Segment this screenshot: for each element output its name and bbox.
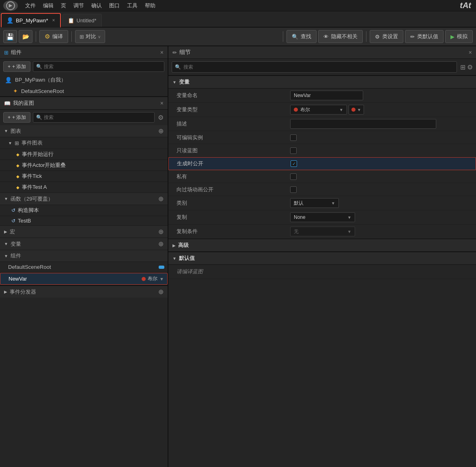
detail-scroll: ▼ 变量 变量命名 变量类型 布尔 ▼ [168, 76, 476, 467]
replication-arrow: ▼ [347, 215, 351, 220]
browse-button[interactable]: 📂 [19, 30, 32, 43]
macros-add-btn[interactable]: ⊕ [158, 228, 164, 236]
private-checkbox[interactable] [290, 173, 297, 180]
blueprint-search-input[interactable] [33, 112, 155, 123]
section-graphs[interactable]: ▼ 图表 ⊕ [0, 125, 168, 137]
newvar-type-label: 布尔 [148, 275, 157, 282]
replication-cond-dropdown[interactable]: 无 ▼ [290, 227, 355, 236]
tab-untitled[interactable]: 📋 Untitled* [62, 14, 102, 27]
tree-item-defaultsceneroot[interactable]: ✦ DefaultSceneRoot [0, 86, 168, 96]
list-item-testb[interactable]: ↺ TestB [0, 216, 168, 226]
replication-dropdown[interactable]: None ▼ [290, 212, 355, 222]
vartype-small-dropdown[interactable]: ▼ [349, 105, 364, 115]
components-close-btn[interactable]: × [160, 49, 164, 56]
blueprint-close-btn[interactable]: × [160, 100, 164, 106]
desc-input[interactable] [290, 119, 436, 129]
list-item-event-dispatcher[interactable]: ▶ 事件分发器 ⊕ [0, 285, 168, 298]
graphs-arrow: ▼ [4, 129, 8, 133]
menu-adjust[interactable]: 调节 [70, 1, 87, 10]
main-area: ⊞ 组件 × + + 添加 🔍 👤 BP_MyPawn（自我） [0, 46, 476, 467]
left-panel: ⊞ 组件 × + + 添加 🔍 👤 BP_MyPawn（自我） [0, 46, 168, 467]
menu-window[interactable]: 图口 [106, 1, 123, 10]
prop-row-readonly: 只读蓝图 [168, 144, 476, 157]
advanced-section-label: 高级 [178, 242, 189, 249]
class-settings-button[interactable]: ⚙ 类设置 [370, 30, 403, 43]
detail-search-input[interactable] [172, 61, 457, 73]
list-item-event-testa[interactable]: ◆ 事件Test A [0, 182, 168, 193]
components-add-btn[interactable]: + + 添加 [3, 61, 30, 72]
func-icon-2: ↺ [11, 218, 15, 224]
menu-file[interactable]: 文件 [22, 1, 39, 10]
detail-close-btn[interactable]: × [469, 49, 472, 56]
blueprint-title: 我的蓝图 [13, 99, 160, 107]
hide-unrelated-button[interactable]: 👁 隐藏不相关 [318, 30, 363, 43]
diff-button[interactable]: ⊞ 对比 ∨ [75, 30, 105, 43]
section-header-advanced[interactable]: ▶ 高级 [168, 239, 476, 252]
prop-row-vartype: 变量类型 布尔 ▼ ▼ [168, 103, 476, 117]
section-functions[interactable]: ▼ 函数（29可覆盖） ⊕ [0, 193, 168, 205]
category-dropdown[interactable]: 默认 ▼ [290, 198, 339, 208]
expose-spawn-checkbox[interactable]: ✓ [291, 160, 297, 167]
section-components[interactable]: ▼ 组件 [0, 250, 168, 262]
functions-add-btn[interactable]: ⊕ [158, 195, 164, 203]
find-button[interactable]: 🔍 查找 [286, 30, 317, 43]
list-item-defaultsceneroot[interactable]: DefaultSceneRoot [0, 262, 168, 272]
menu-help[interactable]: 帮助 [142, 1, 159, 10]
section-event-graphs[interactable]: ▼ ⊞ 事件图表 [0, 137, 168, 149]
variables-add-btn[interactable]: ⊕ [158, 240, 164, 248]
list-item-event-tick[interactable]: ◆ 事件Tick [0, 171, 168, 182]
event-graphs-arrow: ▼ [8, 141, 12, 145]
diff-label: 对比 [86, 33, 96, 40]
list-item-newvar[interactable]: NewVar 布尔 ▼ [0, 273, 168, 285]
list-item-event-overlap[interactable]: ◆ 事件Actor开始重叠 [0, 160, 168, 171]
section-header-defaults[interactable]: ▼ 默认值 [168, 252, 476, 265]
toolbar-sep1 [36, 31, 36, 42]
list-item-event-start[interactable]: ◆ 事件开始运行 [0, 149, 168, 160]
graphs-add-btn[interactable]: ⊕ [158, 127, 164, 135]
menu-tools[interactable]: 工具 [124, 1, 141, 10]
list-item-construct[interactable]: ↺ 构造脚本 [0, 205, 168, 216]
tree-item-mypawn[interactable]: 👤 BP_MyPawn（自我） [0, 74, 168, 86]
functions-label: 函数（29可覆盖） [11, 195, 158, 203]
detail-title: 细节 [179, 49, 469, 56]
variables-arrow: ▼ [4, 242, 8, 246]
components-toolbar: + + 添加 🔍 [0, 59, 168, 74]
vartype-dropdown[interactable]: 布尔 ▼ [290, 105, 347, 115]
section-macros[interactable]: ▶ 宏 ⊕ [0, 226, 168, 238]
editable-checkbox[interactable] [290, 134, 297, 141]
menu-confirm[interactable]: 确认 [88, 1, 105, 10]
defaultsceneroot-label: DefaultSceneRoot [21, 88, 64, 94]
prop-row-replication: 复制 None ▼ [168, 210, 476, 225]
blueprint-gear-btn[interactable]: ⚙ [157, 113, 164, 122]
varname-label: 变量命名 [177, 92, 290, 99]
menu-edit[interactable]: 编辑 [40, 1, 57, 10]
blueprint-add-btn[interactable]: + + 添加 [3, 112, 30, 123]
variables-section-arrow: ▼ [172, 80, 177, 84]
simulate-button[interactable]: ▶ 模拟 [445, 30, 473, 43]
detail-settings-btn[interactable]: ⚙ [467, 63, 473, 71]
expose-cinematic-checkbox[interactable] [290, 186, 297, 193]
prop-row-category: 类别 默认 ▼ [168, 196, 476, 210]
menu-page[interactable]: 页 [58, 1, 69, 10]
compile-button[interactable]: ⚙ 编译 [39, 30, 68, 43]
func-icon-1: ↺ [11, 208, 15, 213]
section-header-variables[interactable]: ▼ 变量 [168, 76, 476, 89]
tab-close-btn[interactable]: × [52, 17, 55, 23]
varname-input[interactable] [290, 91, 363, 100]
detail-grid-btn[interactable]: ⊞ [460, 63, 465, 71]
components-search-input[interactable] [33, 61, 164, 72]
readonly-checkbox[interactable] [290, 147, 297, 154]
compile-icon: ⚙ [45, 33, 50, 40]
class-defaults-button[interactable]: ✏ 类默认值 [405, 30, 444, 43]
vartype-label: 变量类型 [177, 106, 290, 113]
tab-bp-mypawn[interactable]: 👤 BP_MyPawn* × [1, 13, 61, 28]
newvar-dropdown-arrow[interactable]: ▼ [159, 277, 164, 281]
save-button[interactable]: 💾 [3, 30, 17, 43]
section-variables[interactable]: ▼ 变量 ⊕ [0, 238, 168, 250]
tab-person-icon: 👤 [6, 17, 13, 24]
dispatcher-add-btn[interactable]: ⊕ [158, 288, 164, 296]
diff-icon: ⊞ [80, 34, 84, 40]
varname-value [290, 91, 472, 100]
newvar-list-label: NewVar [9, 276, 142, 282]
prop-row-varname: 变量命名 [168, 89, 476, 103]
